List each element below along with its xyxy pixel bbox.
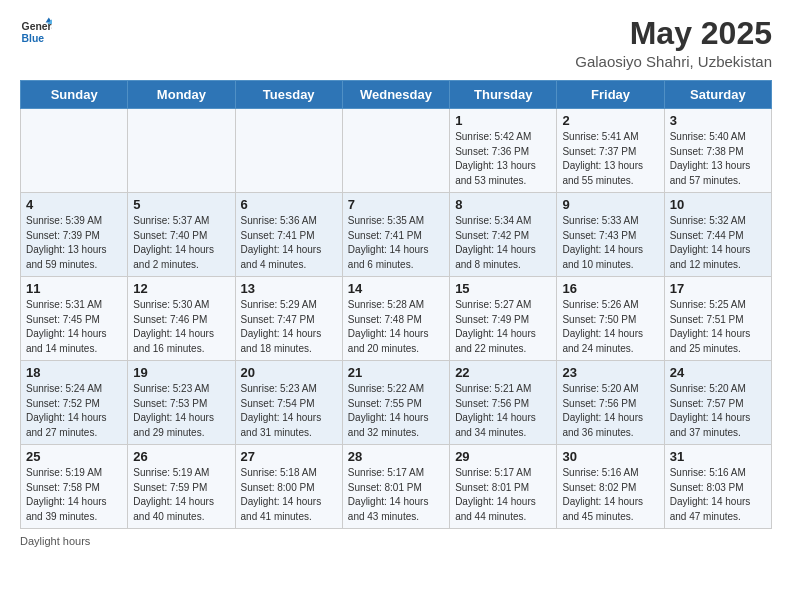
cell-info-text: Sunrise: 5:18 AMSunset: 8:00 PMDaylight:…: [241, 466, 337, 524]
calendar-cell: 8Sunrise: 5:34 AMSunset: 7:42 PMDaylight…: [450, 193, 557, 277]
calendar-cell: 1Sunrise: 5:42 AMSunset: 7:36 PMDaylight…: [450, 109, 557, 193]
cell-info-text: Sunrise: 5:21 AMSunset: 7:56 PMDaylight:…: [455, 382, 551, 440]
cell-info-text: Sunrise: 5:27 AMSunset: 7:49 PMDaylight:…: [455, 298, 551, 356]
calendar-cell: 25Sunrise: 5:19 AMSunset: 7:58 PMDayligh…: [21, 445, 128, 529]
week-row-1: 1Sunrise: 5:42 AMSunset: 7:36 PMDaylight…: [21, 109, 772, 193]
calendar-cell: 14Sunrise: 5:28 AMSunset: 7:48 PMDayligh…: [342, 277, 449, 361]
main-title: May 2025: [575, 16, 772, 51]
calendar-cell: 7Sunrise: 5:35 AMSunset: 7:41 PMDaylight…: [342, 193, 449, 277]
cell-info-text: Sunrise: 5:23 AMSunset: 7:53 PMDaylight:…: [133, 382, 229, 440]
cell-info-text: Sunrise: 5:19 AMSunset: 7:59 PMDaylight:…: [133, 466, 229, 524]
calendar-cell: [342, 109, 449, 193]
calendar-cell: 18Sunrise: 5:24 AMSunset: 7:52 PMDayligh…: [21, 361, 128, 445]
calendar-cell: 10Sunrise: 5:32 AMSunset: 7:44 PMDayligh…: [664, 193, 771, 277]
svg-text:Blue: Blue: [22, 33, 45, 44]
cell-info-text: Sunrise: 5:42 AMSunset: 7:36 PMDaylight:…: [455, 130, 551, 188]
cell-day-number: 17: [670, 281, 766, 296]
cell-info-text: Sunrise: 5:16 AMSunset: 8:02 PMDaylight:…: [562, 466, 658, 524]
cell-info-text: Sunrise: 5:25 AMSunset: 7:51 PMDaylight:…: [670, 298, 766, 356]
header-day-thursday: Thursday: [450, 81, 557, 109]
header-day-friday: Friday: [557, 81, 664, 109]
svg-text:General: General: [22, 21, 52, 32]
daylight-label: Daylight hours: [20, 535, 90, 547]
logo-icon: General Blue: [20, 16, 52, 48]
calendar-cell: 27Sunrise: 5:18 AMSunset: 8:00 PMDayligh…: [235, 445, 342, 529]
calendar-cell: 29Sunrise: 5:17 AMSunset: 8:01 PMDayligh…: [450, 445, 557, 529]
cell-day-number: 8: [455, 197, 551, 212]
calendar-cell: 19Sunrise: 5:23 AMSunset: 7:53 PMDayligh…: [128, 361, 235, 445]
calendar-cell: 2Sunrise: 5:41 AMSunset: 7:37 PMDaylight…: [557, 109, 664, 193]
cell-info-text: Sunrise: 5:40 AMSunset: 7:38 PMDaylight:…: [670, 130, 766, 188]
cell-info-text: Sunrise: 5:20 AMSunset: 7:57 PMDaylight:…: [670, 382, 766, 440]
cell-info-text: Sunrise: 5:16 AMSunset: 8:03 PMDaylight:…: [670, 466, 766, 524]
cell-day-number: 4: [26, 197, 122, 212]
title-block: May 2025 Galaosiyo Shahri, Uzbekistan: [575, 16, 772, 70]
calendar-cell: 20Sunrise: 5:23 AMSunset: 7:54 PMDayligh…: [235, 361, 342, 445]
header-day-monday: Monday: [128, 81, 235, 109]
cell-day-number: 29: [455, 449, 551, 464]
cell-day-number: 31: [670, 449, 766, 464]
calendar-cell: 4Sunrise: 5:39 AMSunset: 7:39 PMDaylight…: [21, 193, 128, 277]
calendar-cell: 22Sunrise: 5:21 AMSunset: 7:56 PMDayligh…: [450, 361, 557, 445]
cell-info-text: Sunrise: 5:32 AMSunset: 7:44 PMDaylight:…: [670, 214, 766, 272]
calendar-cell: 12Sunrise: 5:30 AMSunset: 7:46 PMDayligh…: [128, 277, 235, 361]
subtitle: Galaosiyo Shahri, Uzbekistan: [575, 53, 772, 70]
cell-day-number: 30: [562, 449, 658, 464]
cell-day-number: 22: [455, 365, 551, 380]
calendar-cell: 15Sunrise: 5:27 AMSunset: 7:49 PMDayligh…: [450, 277, 557, 361]
header-row: SundayMondayTuesdayWednesdayThursdayFrid…: [21, 81, 772, 109]
cell-day-number: 2: [562, 113, 658, 128]
header-day-saturday: Saturday: [664, 81, 771, 109]
calendar-cell: 24Sunrise: 5:20 AMSunset: 7:57 PMDayligh…: [664, 361, 771, 445]
cell-day-number: 10: [670, 197, 766, 212]
cell-day-number: 13: [241, 281, 337, 296]
calendar-cell: 5Sunrise: 5:37 AMSunset: 7:40 PMDaylight…: [128, 193, 235, 277]
calendar-cell: 16Sunrise: 5:26 AMSunset: 7:50 PMDayligh…: [557, 277, 664, 361]
cell-day-number: 3: [670, 113, 766, 128]
week-row-3: 11Sunrise: 5:31 AMSunset: 7:45 PMDayligh…: [21, 277, 772, 361]
cell-info-text: Sunrise: 5:20 AMSunset: 7:56 PMDaylight:…: [562, 382, 658, 440]
cell-info-text: Sunrise: 5:24 AMSunset: 7:52 PMDaylight:…: [26, 382, 122, 440]
cell-day-number: 15: [455, 281, 551, 296]
week-row-4: 18Sunrise: 5:24 AMSunset: 7:52 PMDayligh…: [21, 361, 772, 445]
calendar-cell: [21, 109, 128, 193]
cell-day-number: 14: [348, 281, 444, 296]
cell-day-number: 24: [670, 365, 766, 380]
cell-day-number: 23: [562, 365, 658, 380]
cell-day-number: 1: [455, 113, 551, 128]
calendar-table: SundayMondayTuesdayWednesdayThursdayFrid…: [20, 80, 772, 529]
cell-info-text: Sunrise: 5:17 AMSunset: 8:01 PMDaylight:…: [455, 466, 551, 524]
cell-info-text: Sunrise: 5:35 AMSunset: 7:41 PMDaylight:…: [348, 214, 444, 272]
cell-day-number: 21: [348, 365, 444, 380]
calendar-cell: 3Sunrise: 5:40 AMSunset: 7:38 PMDaylight…: [664, 109, 771, 193]
cell-day-number: 20: [241, 365, 337, 380]
header: General Blue May 2025 Galaosiyo Shahri, …: [20, 16, 772, 70]
calendar-cell: [128, 109, 235, 193]
page: General Blue May 2025 Galaosiyo Shahri, …: [0, 0, 792, 612]
week-row-5: 25Sunrise: 5:19 AMSunset: 7:58 PMDayligh…: [21, 445, 772, 529]
cell-info-text: Sunrise: 5:37 AMSunset: 7:40 PMDaylight:…: [133, 214, 229, 272]
calendar-cell: 30Sunrise: 5:16 AMSunset: 8:02 PMDayligh…: [557, 445, 664, 529]
calendar-cell: 9Sunrise: 5:33 AMSunset: 7:43 PMDaylight…: [557, 193, 664, 277]
calendar-cell: 31Sunrise: 5:16 AMSunset: 8:03 PMDayligh…: [664, 445, 771, 529]
cell-info-text: Sunrise: 5:39 AMSunset: 7:39 PMDaylight:…: [26, 214, 122, 272]
calendar-cell: 17Sunrise: 5:25 AMSunset: 7:51 PMDayligh…: [664, 277, 771, 361]
header-day-wednesday: Wednesday: [342, 81, 449, 109]
calendar-cell: [235, 109, 342, 193]
cell-info-text: Sunrise: 5:28 AMSunset: 7:48 PMDaylight:…: [348, 298, 444, 356]
week-row-2: 4Sunrise: 5:39 AMSunset: 7:39 PMDaylight…: [21, 193, 772, 277]
cell-info-text: Sunrise: 5:33 AMSunset: 7:43 PMDaylight:…: [562, 214, 658, 272]
calendar-cell: 11Sunrise: 5:31 AMSunset: 7:45 PMDayligh…: [21, 277, 128, 361]
cell-day-number: 6: [241, 197, 337, 212]
cell-day-number: 26: [133, 449, 229, 464]
calendar-cell: 26Sunrise: 5:19 AMSunset: 7:59 PMDayligh…: [128, 445, 235, 529]
calendar-cell: 6Sunrise: 5:36 AMSunset: 7:41 PMDaylight…: [235, 193, 342, 277]
cell-info-text: Sunrise: 5:31 AMSunset: 7:45 PMDaylight:…: [26, 298, 122, 356]
footer: Daylight hours: [20, 535, 772, 547]
calendar-cell: 23Sunrise: 5:20 AMSunset: 7:56 PMDayligh…: [557, 361, 664, 445]
logo: General Blue: [20, 16, 52, 48]
cell-info-text: Sunrise: 5:19 AMSunset: 7:58 PMDaylight:…: [26, 466, 122, 524]
cell-day-number: 28: [348, 449, 444, 464]
cell-day-number: 11: [26, 281, 122, 296]
cell-info-text: Sunrise: 5:29 AMSunset: 7:47 PMDaylight:…: [241, 298, 337, 356]
